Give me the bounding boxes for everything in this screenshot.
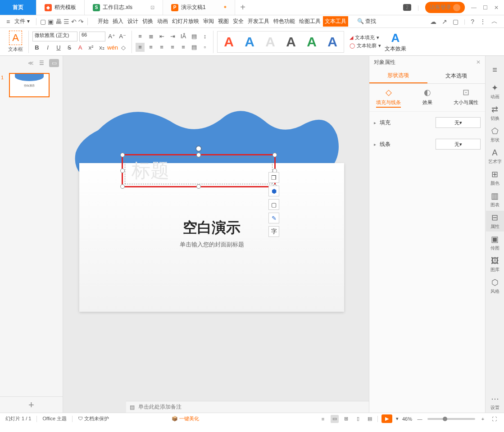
tab-xls[interactable]: S 工作日志.xls ⊡: [85, 0, 163, 15]
notification-badge[interactable]: 2: [403, 4, 411, 11]
style-1[interactable]: A: [219, 32, 238, 51]
slide-thumb[interactable]: 1 空白演示: [5, 73, 57, 97]
strip-anim[interactable]: ✦动画: [486, 81, 504, 102]
style-3[interactable]: A: [261, 32, 280, 51]
strip-style[interactable]: ⬡风格: [486, 276, 504, 296]
new-icon[interactable]: ▢: [40, 18, 46, 25]
save-icon[interactable]: 🖶: [55, 18, 62, 25]
style-4[interactable]: A: [282, 32, 300, 51]
text-effect-button[interactable]: A 文本效果: [385, 31, 406, 53]
collapse-thumb-icon[interactable]: ≪: [28, 60, 34, 66]
zoom-in-icon[interactable]: +: [479, 415, 487, 423]
distribute-icon[interactable]: ≡: [179, 43, 188, 52]
fill-select[interactable]: 无 ▾: [436, 117, 481, 128]
title-placeholder[interactable]: 标题: [132, 158, 169, 183]
clear-format-icon[interactable]: ◇: [119, 43, 128, 52]
strike-icon[interactable]: S̶: [65, 43, 74, 52]
menu-icon[interactable]: ≡: [6, 18, 10, 25]
strip-prop[interactable]: ⊟属性: [486, 211, 504, 232]
theme-label[interactable]: Office 主题: [42, 415, 67, 422]
align-center-icon[interactable]: ≡: [146, 43, 155, 52]
beautify-button[interactable]: 📦 一键美化: [172, 415, 199, 422]
style-6[interactable]: A: [323, 32, 342, 51]
pinyin-icon[interactable]: wén: [108, 43, 117, 52]
underline-icon[interactable]: U: [54, 43, 63, 52]
collapse-ribbon-icon[interactable]: ︿: [491, 18, 498, 26]
columns-icon[interactable]: ▤: [190, 32, 199, 41]
list-icon[interactable]: ≡: [319, 415, 327, 423]
notes-bar[interactable]: ▤ 单击此处添加备注: [126, 401, 369, 413]
resize-handle[interactable]: [196, 184, 201, 189]
highlight-icon[interactable]: x²: [86, 43, 95, 52]
strip-settings[interactable]: ⋯设置: [486, 392, 504, 413]
menu-tab-active[interactable]: 文本工具: [323, 16, 348, 27]
resize-handle[interactable]: [120, 153, 125, 157]
margin-icon[interactable]: ▫: [200, 43, 209, 52]
strip-shape[interactable]: ⬠形状: [486, 124, 504, 145]
outline-square-icon[interactable]: ▢: [268, 199, 279, 210]
protect-button[interactable]: 🛡 文档未保护: [78, 415, 109, 422]
tab-home[interactable]: 首页: [0, 0, 36, 15]
resize-handle[interactable]: [196, 153, 201, 157]
minimize-icon[interactable]: —: [471, 5, 477, 11]
search-button[interactable]: 🔍 查找: [354, 16, 379, 27]
strip-pass[interactable]: ▣传图: [486, 232, 504, 253]
slide-title[interactable]: 空白演示: [79, 218, 344, 238]
menu-tab[interactable]: 视图: [216, 16, 231, 27]
fill-bucket-icon[interactable]: ⬢: [268, 186, 279, 196]
box-icon[interactable]: ▢: [453, 18, 459, 25]
more-icon[interactable]: ⋮: [480, 18, 486, 25]
layers-icon[interactable]: ❐: [268, 172, 279, 183]
open-icon[interactable]: ▣: [48, 18, 54, 25]
normal-view-icon[interactable]: ▭: [331, 415, 339, 423]
fontsize-select[interactable]: 66: [79, 32, 105, 41]
resize-handle[interactable]: [272, 153, 277, 157]
tab-text-options[interactable]: 文本选项: [427, 68, 486, 83]
menu-tab[interactable]: 插入: [111, 16, 125, 27]
numbering-icon[interactable]: ≣: [146, 32, 155, 41]
fit-icon[interactable]: ⛶: [490, 415, 499, 423]
rotate-handle-icon[interactable]: [195, 146, 202, 152]
menu-tab[interactable]: 切换: [141, 16, 155, 27]
play-dropdown[interactable]: ▾: [396, 416, 399, 422]
subscript-icon[interactable]: x₂: [97, 43, 106, 52]
close-icon[interactable]: ✕: [494, 5, 499, 11]
share-icon[interactable]: ↗: [442, 18, 447, 25]
zoom-percent[interactable]: 46%: [402, 416, 412, 422]
zoom-out-icon[interactable]: —: [416, 415, 424, 423]
strip-collapse[interactable]: ≡: [486, 59, 504, 80]
cloud-icon[interactable]: ☁: [430, 18, 436, 25]
redo-icon[interactable]: ↷: [78, 18, 84, 25]
spacing-icon[interactable]: ↕: [200, 32, 209, 41]
outline-view-icon[interactable]: ☰: [36, 59, 46, 67]
login-button[interactable]: 访客登录: [425, 2, 465, 13]
menu-tab[interactable]: 开发工具: [246, 16, 271, 27]
bold-icon[interactable]: B: [32, 43, 41, 52]
play-button[interactable]: ▶: [381, 414, 392, 423]
menu-tab[interactable]: 安全: [231, 16, 245, 27]
close-icon[interactable]: ⊡: [150, 5, 154, 10]
sorter-view-icon[interactable]: ⊞: [342, 415, 350, 423]
character-icon[interactable]: 字: [268, 226, 279, 237]
menu-tab[interactable]: 动画: [155, 16, 170, 27]
menu-tab[interactable]: 开始: [96, 16, 110, 27]
strip-chart[interactable]: ▥图表: [486, 189, 504, 210]
new-tab-button[interactable]: +: [235, 0, 250, 15]
strip-color[interactable]: ⊞颜色: [486, 168, 504, 188]
strip-art[interactable]: A艺术字: [486, 146, 504, 167]
font-select[interactable]: 微软雅黑 (正文): [32, 32, 77, 41]
maximize-icon[interactable]: ☐: [483, 5, 488, 11]
resize-handle[interactable]: [120, 184, 125, 189]
direction-icon[interactable]: IÂ: [179, 32, 188, 41]
fill-section[interactable]: ▸ 填充 无 ▾: [369, 112, 485, 133]
close-panel-icon[interactable]: ✕: [476, 59, 481, 65]
valign-icon[interactable]: ▤: [190, 43, 199, 52]
indent-inc-icon[interactable]: ⇥: [168, 32, 177, 41]
resize-handle[interactable]: [120, 168, 125, 173]
add-slide-button[interactable]: +: [0, 396, 63, 413]
eyedropper-icon[interactable]: ✎: [268, 213, 279, 223]
line-select[interactable]: 无 ▾: [436, 139, 481, 150]
menu-tab[interactable]: 绘图工具: [297, 16, 322, 27]
fontcolor-icon[interactable]: A: [76, 43, 85, 52]
indent-dec-icon[interactable]: ⇤: [157, 32, 166, 41]
